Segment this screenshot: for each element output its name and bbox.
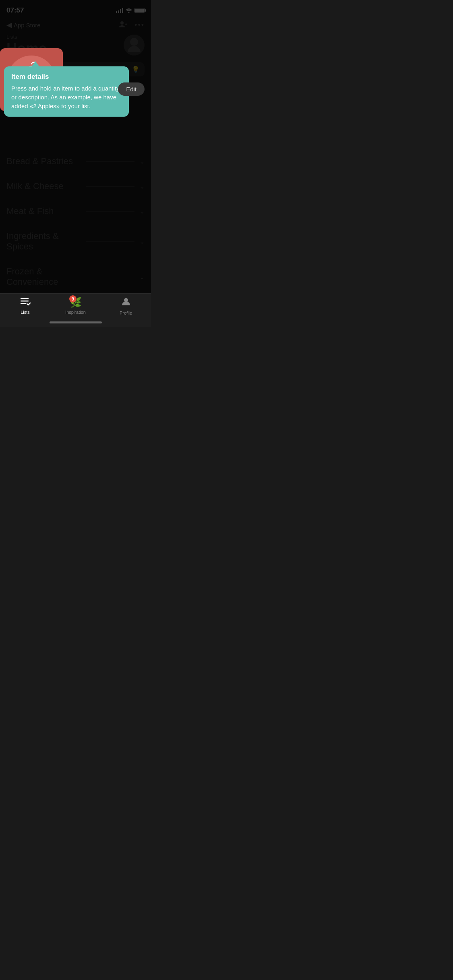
tab-profile-label: Profile [120,311,132,315]
tooltip-box: Item details Press and hold an item to a… [4,66,129,117]
tooltip-arrow [31,61,39,67]
tooltip-title: Item details [11,73,122,81]
tab-lists-label: Lists [21,310,30,315]
tab-inspiration[interactable]: 9 🌿 Inspiration [50,297,101,315]
edit-button[interactable]: Edit [118,82,145,96]
profile-tab-icon [121,297,131,309]
inspiration-badge: 9 [69,295,77,303]
home-indicator [50,321,102,323]
tooltip-text: Press and hold an item to add a quantity… [11,84,122,110]
svg-rect-5 [21,303,26,304]
svg-rect-3 [21,298,29,299]
tab-lists[interactable]: Lists [0,297,50,315]
lists-tab-icon [20,297,31,308]
tab-inspiration-label: Inspiration [65,310,86,315]
tab-profile[interactable]: Profile [101,297,151,315]
svg-rect-4 [21,301,29,302]
